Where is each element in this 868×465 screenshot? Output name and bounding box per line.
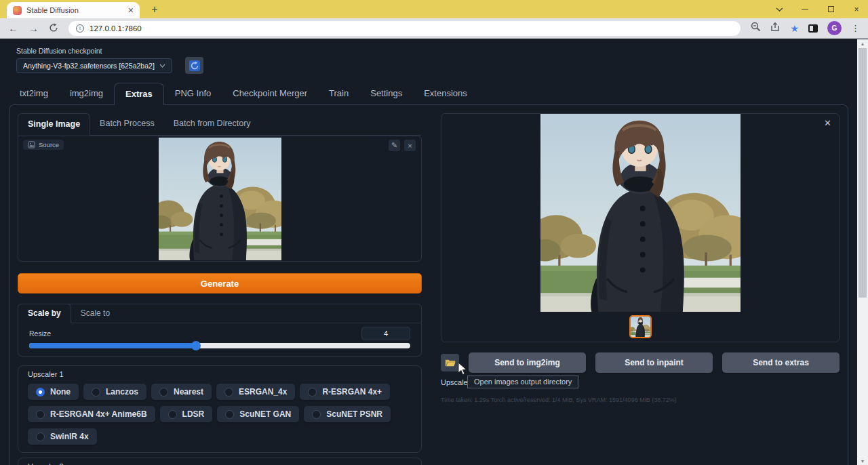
radio-icon — [92, 388, 100, 397]
source-image — [159, 138, 281, 260]
zoom-icon[interactable] — [751, 22, 761, 35]
side-panel-icon[interactable] — [808, 24, 818, 33]
radio-icon — [224, 388, 233, 397]
radio-upscaler1-ldsr[interactable]: LDSR — [160, 406, 213, 422]
browser-tabstrip: Stable Diffusion × + × — [0, 0, 868, 18]
bookmark-star-icon[interactable]: ★ — [790, 24, 799, 33]
send-to-img2img-button[interactable]: Send to img2img — [469, 352, 586, 373]
checkpoint-value: Anything-V3-fp32.safetensors [625a2ba2] — [23, 62, 155, 70]
checkpoint-dropdown[interactable]: Anything-V3-fp32.safetensors [625a2ba2] — [16, 58, 172, 73]
main-tab-bar: txt2img img2img Extras PNG Info Checkpoi… — [0, 83, 857, 104]
source-label: Source — [39, 141, 59, 148]
scale-panel: Scale by Scale to Resize 4 — [18, 304, 422, 357]
radio-upscaler1-nearest[interactable]: Nearest — [151, 384, 212, 400]
send-to-extras-button[interactable]: Send to extras — [722, 352, 840, 373]
radio-upscaler1-none[interactable]: None — [28, 384, 79, 400]
resize-label: Resize — [29, 329, 51, 338]
reload-icon[interactable] — [49, 23, 58, 34]
image-icon — [28, 141, 35, 148]
tab-settings[interactable]: Settings — [359, 83, 413, 104]
tab-img2img[interactable]: img2img — [59, 83, 114, 104]
generate-button[interactable]: Generate — [18, 273, 422, 294]
radio-icon — [36, 410, 45, 419]
tab-checkpoint-merger[interactable]: Checkpoint Merger — [222, 83, 318, 104]
radio-upscaler1-lanczos[interactable]: Lanczos — [83, 384, 146, 400]
menu-kebab-icon[interactable]: ⋮ — [851, 23, 860, 33]
scrollbar-up-arrow[interactable]: ▲ — [857, 39, 868, 47]
result-actions: Send to img2img Send to inpaint Send to … — [441, 352, 840, 373]
folder-icon — [445, 359, 456, 367]
url-bar[interactable]: i 127.0.0.1:7860 — [68, 21, 741, 36]
source-chip: Source — [23, 140, 64, 150]
source-image-dropzone[interactable]: Source ✎ × — [18, 136, 422, 262]
tab-train[interactable]: Train — [318, 83, 359, 104]
tab-scale-by[interactable]: Scale by — [18, 304, 71, 323]
result-gallery: ✕ — [441, 113, 840, 342]
page-scrollbar[interactable]: ▲ ▼ — [857, 39, 868, 465]
scrollbar-thumb[interactable] — [859, 48, 867, 298]
tab-png-info[interactable]: PNG Info — [164, 83, 222, 104]
forward-icon[interactable]: → — [28, 23, 39, 33]
slider-handle[interactable] — [191, 341, 201, 350]
site-info-icon[interactable]: i — [76, 24, 84, 33]
folder-tooltip: Open images output directory — [467, 376, 578, 388]
refresh-icon — [189, 60, 200, 71]
radio-upscaler1-scunet-gan[interactable]: ScuNET GAN — [217, 406, 299, 422]
tab-single-image[interactable]: Single Image — [18, 113, 90, 136]
extras-mode-tabs: Single Image Batch Process Batch from Di… — [18, 113, 422, 136]
performance-info-text: Time taken: 1.29s Torch active/reserved:… — [441, 397, 840, 403]
radio-icon — [168, 410, 177, 419]
upscaler-2-group: Upscaler 2 None Lanczos Nearest ESRGAN_4… — [18, 458, 422, 465]
gallery-thumbnail-selected[interactable] — [629, 315, 652, 338]
tab-close-icon[interactable]: × — [128, 5, 134, 15]
resize-number-input[interactable]: 4 — [361, 327, 410, 340]
slider-fill — [29, 343, 196, 348]
stable-diffusion-webui: Stable Diffusion checkpoint Anything-V3-… — [0, 39, 857, 465]
upscaler-2-label: Upscaler 2 — [28, 462, 412, 465]
tab-extras[interactable]: Extras — [114, 83, 164, 105]
new-tab-button[interactable]: + — [146, 3, 163, 16]
tab-txt2img[interactable]: txt2img — [9, 83, 59, 104]
result-image[interactable] — [540, 114, 741, 312]
tab-extensions[interactable]: Extensions — [413, 83, 478, 104]
clear-image-icon[interactable]: × — [404, 140, 416, 151]
favicon-icon — [13, 6, 22, 15]
browser-tab-title: Stable Diffusion — [26, 6, 123, 14]
chevron-down-icon — [159, 64, 165, 68]
radio-icon — [225, 410, 234, 419]
tab-scale-to[interactable]: Scale to — [71, 304, 119, 323]
close-window-button[interactable]: × — [852, 5, 861, 14]
upscaler-1-label: Upscaler 1 — [28, 370, 412, 378]
mouse-cursor — [456, 362, 467, 377]
edit-image-icon[interactable]: ✎ — [389, 140, 400, 151]
refresh-checkpoint-button[interactable] — [185, 57, 203, 74]
maximize-button[interactable] — [826, 6, 835, 12]
profile-avatar[interactable]: G — [827, 21, 842, 35]
tab-batch-from-directory[interactable]: Batch from Directory — [164, 113, 260, 135]
radio-upscaler1-resrgan4x[interactable]: R-ESRGAN 4x+ — [300, 384, 390, 400]
share-icon[interactable] — [770, 22, 781, 35]
radio-icon — [36, 388, 45, 397]
radio-icon — [308, 388, 317, 397]
resize-slider[interactable] — [29, 343, 410, 348]
browser-toolbar: ← → i 127.0.0.1:7860 ★ G ⋮ — [0, 18, 868, 39]
checkpoint-label: Stable Diffusion checkpoint — [16, 47, 841, 55]
radio-upscaler1-resrgan-anime6b[interactable]: R-ESRGAN 4x+ Anime6B — [28, 406, 155, 422]
thumbnail-image — [631, 317, 650, 337]
scrollbar-down-arrow[interactable]: ▼ — [857, 457, 868, 465]
radio-upscaler1-swinir4x[interactable]: SwinIR 4x — [28, 428, 97, 445]
browser-tab[interactable]: Stable Diffusion × — [7, 2, 140, 18]
upscaler-1-group: Upscaler 1 None Lanczos Nearest ESRGAN_4… — [18, 365, 422, 453]
gallery-close-icon[interactable]: ✕ — [824, 119, 831, 127]
radio-upscaler1-scunet-psnr[interactable]: ScuNET PSNR — [304, 406, 391, 422]
url-text: 127.0.0.1:7860 — [90, 24, 142, 33]
tab-batch-process[interactable]: Batch Process — [90, 113, 164, 135]
window-menu-icon[interactable] — [774, 7, 784, 12]
minimize-button[interactable] — [800, 9, 810, 9]
radio-upscaler1-esrgan4x[interactable]: ESRGAN_4x — [216, 384, 295, 400]
radio-icon — [36, 432, 45, 441]
radio-icon — [312, 410, 321, 419]
back-icon[interactable]: ← — [8, 23, 18, 33]
radio-icon — [159, 388, 168, 397]
send-to-inpaint-button[interactable]: Send to inpaint — [595, 352, 713, 373]
